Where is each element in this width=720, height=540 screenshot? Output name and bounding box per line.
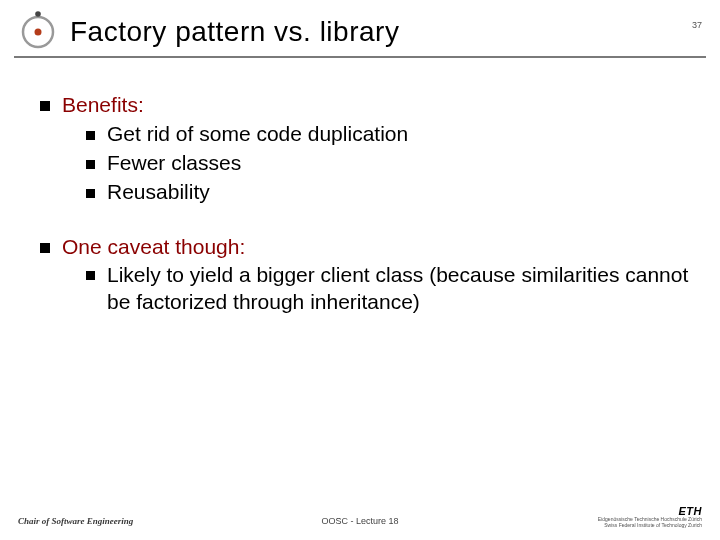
square-bullet-icon bbox=[86, 189, 95, 198]
list-item: Likely to yield a bigger client class (b… bbox=[86, 262, 692, 316]
square-bullet-icon bbox=[40, 101, 50, 111]
list-item: Get rid of some code duplication bbox=[86, 121, 692, 148]
footer-center: OOSC - Lecture 18 bbox=[321, 516, 398, 526]
slide-title: Factory pattern vs. library bbox=[70, 16, 399, 48]
square-bullet-icon bbox=[40, 243, 50, 253]
square-bullet-icon bbox=[86, 160, 95, 169]
eth-subtitle: Swiss Federal Institute of Technology Zu… bbox=[598, 523, 702, 529]
list-item: Fewer classes bbox=[86, 150, 692, 177]
bullet-text: Get rid of some code duplication bbox=[107, 122, 408, 145]
bullet-text: Reusability bbox=[107, 180, 210, 203]
svg-point-1 bbox=[35, 29, 42, 36]
slide-footer: Chair of Software Engineering OOSC - Lec… bbox=[0, 502, 720, 530]
list-item: Reusability bbox=[86, 179, 692, 206]
footer-right: ETH Eidgenössische Technische Hochschule… bbox=[598, 505, 702, 528]
footer-left: Chair of Software Engineering bbox=[18, 516, 133, 526]
bullet-group: Benefits: Get rid of some code duplicati… bbox=[40, 92, 692, 206]
logo-icon bbox=[16, 10, 60, 54]
slide-body: Benefits: Get rid of some code duplicati… bbox=[0, 58, 720, 316]
bullet-group: One caveat though: Likely to yield a big… bbox=[40, 234, 692, 317]
svg-point-2 bbox=[35, 11, 41, 17]
slide-header: Factory pattern vs. library bbox=[0, 0, 720, 56]
page-number: 37 bbox=[692, 20, 702, 30]
bullet-head: Benefits: bbox=[62, 93, 144, 116]
bullet-text: Fewer classes bbox=[107, 151, 241, 174]
bullet-head: One caveat though: bbox=[62, 235, 245, 258]
bullet-text: Likely to yield a bigger client class (b… bbox=[107, 262, 692, 316]
square-bullet-icon bbox=[86, 131, 95, 140]
square-bullet-icon bbox=[86, 271, 95, 280]
